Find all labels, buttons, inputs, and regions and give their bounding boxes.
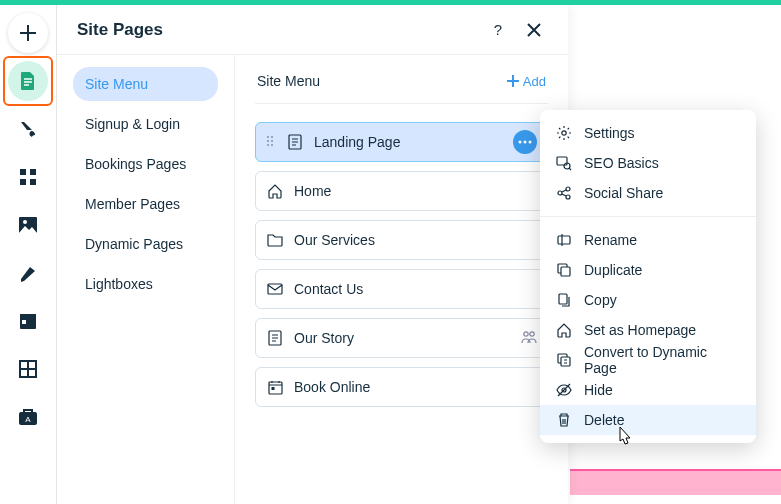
page-row-our-story[interactable]: Our Story [255,318,548,358]
svg-point-18 [271,136,273,138]
page-row-book-online[interactable]: Book Online [255,367,548,407]
close-button[interactable] [520,16,548,44]
app-topbar [0,0,781,5]
briefcase-icon: A [19,409,37,425]
layout-icon [19,360,37,378]
svg-point-20 [271,140,273,142]
rename-icon [556,232,572,248]
page-actions-button[interactable] [513,130,537,154]
media-button[interactable] [8,205,48,245]
sidebar-item-dynamic-pages[interactable]: Dynamic Pages [73,227,218,261]
sidebar-item-signup-login[interactable]: Signup & Login [73,107,218,141]
svg-point-24 [519,141,522,144]
image-icon [19,217,37,233]
svg-rect-31 [269,382,282,394]
plus-icon [19,24,37,42]
envelope-icon [266,280,284,298]
calendar-icon [19,312,37,330]
svg-rect-12 [21,370,27,376]
seo-icon [556,155,572,171]
sidebar-item-bookings-pages[interactable]: Bookings Pages [73,147,218,181]
duplicate-icon [556,262,572,278]
menu-item-label: Settings [584,125,635,141]
svg-point-36 [558,191,562,195]
share-icon [556,185,572,201]
sidebar-item-label: Site Menu [85,76,148,92]
page-label: Contact Us [294,281,537,297]
sidebar-item-label: Dynamic Pages [85,236,183,252]
svg-rect-3 [30,179,36,185]
panel-body: Site Menu Signup & Login Bookings Pages … [57,55,568,504]
svg-point-19 [267,140,269,142]
add-page-button[interactable]: Add [507,74,546,89]
svg-rect-10 [21,362,27,368]
add-page-label: Add [523,74,546,89]
sidebar-item-label: Lightboxes [85,276,153,292]
copy-icon [556,292,572,308]
menu-item-label: Set as Homepage [584,322,696,338]
design-button[interactable] [8,109,48,149]
page-row-our-services[interactable]: Our Services [255,220,548,260]
drag-handle-icon[interactable] [266,134,276,150]
menu-separator [540,216,756,217]
menu-item-duplicate[interactable]: Duplicate [540,255,756,285]
page-row-landing-page[interactable]: Landing Page [255,122,548,162]
menu-item-label: Social Share [584,185,663,201]
folder-icon [266,231,284,249]
svg-point-5 [23,220,27,224]
page-icon [286,133,304,151]
pen-icon [19,264,37,282]
menu-item-label: Rename [584,232,637,248]
page-label: Landing Page [314,134,503,150]
site-pages-panel: Site Pages ? Site Menu Signup & Login Bo… [56,5,568,504]
menu-item-hide[interactable]: Hide [540,375,756,405]
pages-button[interactable] [8,61,48,101]
menu-item-seo-basics[interactable]: SEO Basics [540,148,756,178]
sidebar-item-lightboxes[interactable]: Lightboxes [73,267,218,301]
svg-rect-32 [271,387,274,390]
design-icon [18,119,38,139]
svg-point-33 [562,131,566,135]
layout-rail-button[interactable] [8,349,48,389]
trash-icon [556,412,572,428]
bookings-rail-button[interactable] [8,301,48,341]
sidebar-item-member-pages[interactable]: Member Pages [73,187,218,221]
apps-button[interactable] [8,157,48,197]
menu-item-label: Convert to Dynamic Page [584,344,740,376]
store-rail-button[interactable]: A [8,397,48,437]
sidebar-item-site-menu[interactable]: Site Menu [73,67,218,101]
menu-item-settings[interactable]: Settings [540,118,756,148]
svg-rect-27 [268,284,282,294]
page-row-home[interactable]: Home [255,171,548,211]
menu-item-convert-dynamic[interactable]: Convert to Dynamic Page [540,345,756,375]
menu-item-set-homepage[interactable]: Set as Homepage [540,315,756,345]
page-label: Our Services [294,232,537,248]
page-list-column: Site Menu Add Landing Page Home [235,55,568,504]
dynamic-icon [556,352,572,368]
menu-item-label: Copy [584,292,617,308]
gear-icon [556,125,572,141]
sidebar-item-label: Member Pages [85,196,180,212]
svg-rect-42 [559,294,567,304]
section-title: Site Menu [257,73,507,89]
svg-point-38 [566,195,570,199]
svg-point-29 [524,332,528,336]
menu-item-delete[interactable]: Delete [540,405,756,435]
menu-item-copy[interactable]: Copy [540,285,756,315]
more-icon [518,140,532,144]
page-context-menu: Settings SEO Basics Social Share Rename … [540,110,756,443]
svg-text:A: A [25,415,31,424]
svg-rect-2 [20,179,26,185]
menu-item-rename[interactable]: Rename [540,225,756,255]
page-row-contact-us[interactable]: Contact Us [255,269,548,309]
help-button[interactable]: ? [484,16,512,44]
add-element-button[interactable] [8,13,48,53]
svg-point-21 [267,144,269,146]
home-icon [556,322,572,338]
tools-button[interactable] [8,253,48,293]
svg-rect-8 [22,320,26,324]
menu-item-social-share[interactable]: Social Share [540,178,756,208]
svg-rect-11 [29,362,35,368]
page-list: Landing Page Home Our Services Contact U… [255,122,548,407]
canvas-element [570,469,781,495]
